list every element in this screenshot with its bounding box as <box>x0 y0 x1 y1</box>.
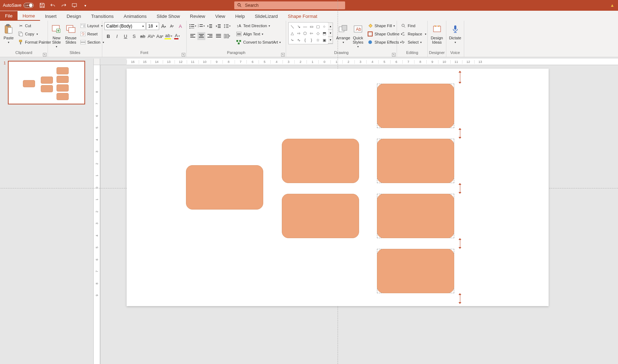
line-spacing-button[interactable]: ▾ <box>223 22 231 30</box>
shape-larrow-icon[interactable]: ⇦ <box>309 30 315 36</box>
shape-triangle-icon[interactable]: △ <box>289 30 295 36</box>
shadow-button[interactable]: S <box>130 32 138 40</box>
align-left-button[interactable] <box>189 32 197 40</box>
paste-button[interactable]: Paste▾ <box>2 22 15 44</box>
shape-arrow-icon[interactable]: ↘ <box>296 23 302 30</box>
start-from-beginning-icon[interactable] <box>71 2 78 9</box>
tab-animations[interactable]: Animations <box>119 11 152 20</box>
shape-rect-5[interactable] <box>377 139 454 183</box>
dialog-launcher-icon[interactable]: ⬊ <box>43 53 46 56</box>
tab-home[interactable]: Home <box>18 11 40 21</box>
shape-rect-1[interactable] <box>186 165 263 210</box>
tab-slidelizard[interactable]: SlideLizard <box>250 11 283 20</box>
shape-rect-4[interactable] <box>377 84 454 128</box>
columns-button[interactable]: ▾ <box>223 32 231 40</box>
shape-rarrow-icon[interactable]: ⇨ <box>296 30 302 36</box>
numbering-button[interactable]: 12▾ <box>197 22 205 30</box>
shape-rect-2[interactable] <box>282 139 359 183</box>
font-name-combo[interactable]: Calibri (Body)▾ <box>104 22 146 30</box>
underline-button[interactable]: U <box>122 32 129 40</box>
tab-design[interactable]: Design <box>62 11 86 20</box>
vertical-ruler[interactable] <box>100 65 100 364</box>
align-center-button[interactable] <box>197 32 205 40</box>
find-button[interactable]: Find <box>399 22 428 29</box>
shape-action-icon[interactable]: ▣ <box>321 37 327 43</box>
shape-lbrace-icon[interactable]: { <box>302 37 308 43</box>
shape-line-icon[interactable]: ＼ <box>289 23 295 30</box>
change-case-button[interactable]: Aa▾ <box>156 32 164 40</box>
redo-icon[interactable] <box>60 2 67 9</box>
bold-button[interactable]: B <box>104 32 112 40</box>
reset-button[interactable]: Reset <box>79 30 106 38</box>
strikethrough-button[interactable]: ab <box>139 32 147 40</box>
tab-slideshow[interactable]: Slide Show <box>152 11 185 20</box>
quick-styles-button[interactable]: Ab Quick Styles▾ <box>352 22 364 48</box>
slide-canvas[interactable] <box>127 69 549 306</box>
autosave-toggle[interactable]: AutoSave Off <box>0 3 36 8</box>
shape-hexagon-icon[interactable]: ⬡ <box>302 30 308 36</box>
layout-button[interactable]: Layout▾ <box>79 22 106 29</box>
decrease-indent-button[interactable] <box>206 22 214 30</box>
shape-rbrace-icon[interactable]: } <box>309 37 315 43</box>
shape-rect-icon[interactable]: ▭ <box>309 23 315 30</box>
gallery-up-icon[interactable]: ▴ <box>328 23 333 30</box>
slide-thumbnail-panel[interactable]: 1 <box>0 59 94 364</box>
cut-button[interactable]: ✂Cut <box>16 22 53 29</box>
shape-star-icon[interactable]: ☆ <box>315 37 321 43</box>
shape-diamond-icon[interactable]: ◇ <box>315 30 321 36</box>
tab-view[interactable]: View <box>210 11 230 20</box>
dialog-launcher-icon[interactable]: ⬊ <box>182 53 185 56</box>
tab-shape-format[interactable]: Shape Format <box>283 11 322 20</box>
justify-button[interactable] <box>215 32 222 40</box>
copy-button[interactable]: Copy▾ <box>16 30 53 38</box>
shape-rect-7[interactable] <box>377 249 454 293</box>
tab-transitions[interactable]: Transitions <box>86 11 119 20</box>
shape-oval-icon[interactable]: ○ <box>321 23 327 30</box>
arrange-button[interactable]: Arrange▾ <box>336 22 350 44</box>
clear-formatting-icon[interactable]: A <box>177 22 184 30</box>
shape-callout-icon[interactable]: ⬒ <box>321 30 327 36</box>
new-slide-button[interactable]: New Slide▾ <box>50 22 63 48</box>
tab-review[interactable]: Review <box>185 11 210 20</box>
replace-button[interactable]: Replace▾ <box>399 30 428 38</box>
reuse-slides-button[interactable]: Reuse Slides <box>64 22 77 44</box>
dialog-launcher-icon[interactable]: ⬊ <box>392 53 396 56</box>
increase-indent-button[interactable] <box>215 22 222 30</box>
select-button[interactable]: Select▾ <box>399 39 428 46</box>
qat-customize-icon[interactable]: ▾ <box>82 2 89 9</box>
font-size-combo[interactable]: 18▾ <box>146 22 159 30</box>
shape-roundrect-icon[interactable]: ▢ <box>315 23 321 30</box>
slide-edit-area[interactable]: 1615141312111098765432101234567891011121… <box>94 59 618 364</box>
decrease-font-icon[interactable]: A▾ <box>168 22 176 30</box>
gallery-more-icon[interactable]: ▾ <box>328 37 333 44</box>
undo-icon[interactable] <box>49 2 57 9</box>
tab-insert[interactable]: Insert <box>40 11 62 20</box>
autosave-switch[interactable]: Off <box>24 3 34 8</box>
highlight-button[interactable]: ab▾ <box>165 32 172 40</box>
slide-thumbnail-1[interactable] <box>8 61 85 104</box>
italic-button[interactable]: I <box>113 32 121 40</box>
shape-line2-icon[interactable]: — <box>302 23 308 30</box>
format-painter-button[interactable]: Format Painter <box>16 39 53 46</box>
dictate-button[interactable]: Dictate▾ <box>448 22 462 44</box>
section-button[interactable]: Section▾ <box>79 39 106 46</box>
text-direction-button[interactable]: ↕AText Direction▾ <box>235 22 282 29</box>
align-right-button[interactable] <box>206 32 214 40</box>
convert-smartart-button[interactable]: Convert to SmartArt▾ <box>235 39 282 46</box>
font-color-button[interactable]: A▾ <box>173 32 181 40</box>
shape-curve-icon[interactable]: ∿ <box>296 37 302 43</box>
shape-connector-icon[interactable]: ⤷ <box>289 37 295 43</box>
search-box[interactable]: Search <box>234 1 345 9</box>
char-spacing-button[interactable]: AV▾ <box>147 32 155 40</box>
horizontal-ruler[interactable]: 1615141312111098765432101234567891011121… <box>127 59 618 65</box>
warning-icon[interactable]: ▲ <box>610 3 614 8</box>
design-ideas-button[interactable]: Design Ideas <box>430 22 444 44</box>
gallery-down-icon[interactable]: ▾ <box>328 30 333 36</box>
dialog-launcher-icon[interactable]: ⬊ <box>281 53 285 56</box>
save-icon[interactable] <box>39 2 46 9</box>
increase-font-icon[interactable]: A▴ <box>160 22 167 30</box>
tab-help[interactable]: Help <box>230 11 250 20</box>
shapes-gallery[interactable]: ＼ ↘ — ▭ ▢ ○ △ ⇨ ⬡ ⇦ ◇ ⬒ ⤷ ∿ { } ☆ <box>288 22 328 44</box>
bullets-button[interactable]: ▾ <box>189 22 197 30</box>
align-text-button[interactable]: Align Text▾ <box>235 30 282 38</box>
